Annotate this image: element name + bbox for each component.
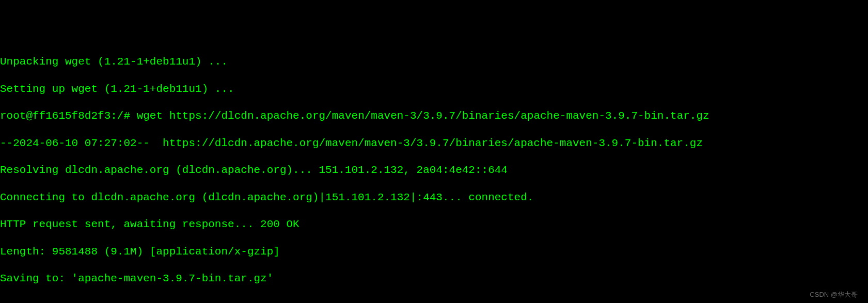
terminal-output: Setting up wget (1.21-1+deb11u1) ... xyxy=(0,83,868,96)
terminal-output: Resolving dlcdn.apache.org (dlcdn.apache… xyxy=(0,164,868,177)
shell-command: wget https://dlcdn.apache.org/maven/mave… xyxy=(137,110,709,122)
terminal-output: --2024-06-10 07:27:02-- https://dlcdn.ap… xyxy=(0,137,868,150)
watermark: CSDN @华大哥 xyxy=(810,291,858,299)
shell-prompt: root@ff1615f8d2f3:/# xyxy=(0,110,137,122)
terminal-output: Length: 9581488 (9.1M) [application/x-gz… xyxy=(0,245,868,259)
terminal-output: HTTP request sent, awaiting response... … xyxy=(0,218,868,231)
terminal-output: Unpacking wget (1.21-1+deb11u1) ... xyxy=(0,55,868,69)
terminal-prompt-line[interactable]: root@ff1615f8d2f3:/# wget https://dlcdn.… xyxy=(0,109,868,123)
terminal-output: Saving to: 'apache-maven-3.9.7-bin.tar.g… xyxy=(0,272,868,285)
terminal-output: Connecting to dlcdn.apache.org (dlcdn.ap… xyxy=(0,191,868,204)
